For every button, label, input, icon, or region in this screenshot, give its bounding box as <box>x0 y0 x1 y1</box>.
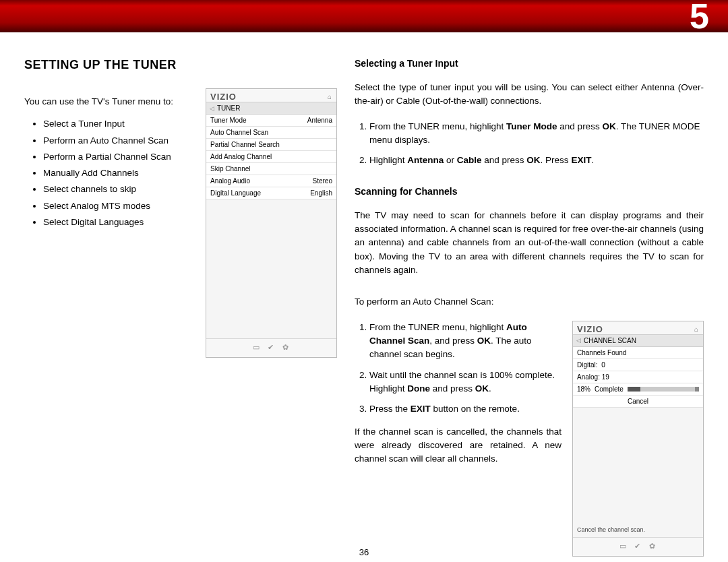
crumb-label: CHANNEL SCAN <box>584 337 636 344</box>
sub2-para: The TV may need to scan for channels bef… <box>355 209 704 277</box>
row-label: Analog: 19 <box>577 373 609 381</box>
row-value: Antenna <box>307 117 332 124</box>
list-item: Highlight Antenna or Cable and press OK.… <box>369 154 704 167</box>
bold-run: Antenna <box>407 155 444 165</box>
text-run: Highlight <box>369 155 407 165</box>
menu-row[interactable]: Digital Language English <box>206 187 336 199</box>
text-run: . Press <box>541 155 572 165</box>
widget-footer-icons: ▭ ✔ ✿ <box>573 537 703 556</box>
list-item: Select Analog MTS modes <box>43 199 193 213</box>
list-item: Manually Add Channels <box>43 166 193 180</box>
scan-directions-wrap: From the TUNER menu, highlight Auto Chan… <box>355 318 704 557</box>
bold-run: Done <box>407 383 430 394</box>
home-icon: ⌂ <box>694 325 699 333</box>
progress-fill <box>628 387 640 392</box>
text-run: or <box>444 155 457 165</box>
list-item: Perform a Partial Channel Scan <box>43 150 193 164</box>
chapter-number: 5 <box>690 0 709 36</box>
intro-block: You can use the TV's Tuner menu to: Sele… <box>24 86 193 358</box>
bold-run: Tuner Mode <box>506 121 557 131</box>
bold-run: OK <box>477 336 491 346</box>
bold-run: EXIT <box>571 155 591 165</box>
menu-row: Digital: 0 <box>573 359 703 371</box>
text-run: Analog: <box>577 373 602 381</box>
row-label: Skip Channel <box>210 165 250 173</box>
left-content: You can use the TV's Tuner menu to: Sele… <box>24 86 337 358</box>
menu-row[interactable]: Skip Channel <box>206 163 336 175</box>
hint-text: Cancel the channel scan. <box>573 522 703 537</box>
list-item: From the TUNER menu, highlight Auto Chan… <box>369 321 562 362</box>
menu-row: Analog: 19 <box>573 371 703 383</box>
list-item: Select Digital Languages <box>43 216 193 229</box>
percent-label: 18% <box>577 385 590 393</box>
widget-header: VIZIO ⌂ <box>206 89 336 102</box>
widget-header: VIZIO ⌂ <box>573 321 703 334</box>
value-run: 0 <box>601 361 605 369</box>
text-run: and press <box>482 155 527 165</box>
sub2-tail: If the channel scan is cancelled, the ch… <box>355 425 562 466</box>
widget-footer-icons: ▭ ✔ ✿ <box>206 338 336 357</box>
left-column: Setting Up the Tuner You can use the TV'… <box>24 53 355 538</box>
sub1-para: Select the type of tuner input you will … <box>355 81 704 108</box>
list-item: Press the EXIT button on the remote. <box>369 402 562 416</box>
progress-bar <box>628 387 699 392</box>
sub2-lead: To perform an Auto Channel Scan: <box>355 295 704 309</box>
menu-row[interactable]: Add Analog Channel <box>206 151 336 163</box>
list-item: Wait until the channel scan is 100% comp… <box>369 369 562 396</box>
value-run: 19 <box>602 373 609 381</box>
widget-filler <box>206 199 336 338</box>
sub2-steps: From the TUNER menu, highlight Auto Chan… <box>359 321 562 416</box>
tuner-menu-widget: VIZIO ⌂ ◁ TUNER Tuner Mode Antenna Auto … <box>206 88 337 358</box>
channel-scan-widget: VIZIO ⌂ ◁ CHANNEL SCAN Channels Found Di… <box>572 321 704 557</box>
sub1-title: Selecting a Tuner Input <box>355 58 704 69</box>
text-run: and press <box>557 121 603 131</box>
intro-sentence: You can use the TV's Tuner menu to: <box>24 95 193 108</box>
bold-run: OK <box>526 155 540 165</box>
chapter-band: 5 <box>0 0 728 32</box>
cancel-button[interactable]: Cancel <box>573 396 703 408</box>
back-icon: ◁ <box>210 105 214 112</box>
text-run: Press the <box>369 404 411 414</box>
list-item: Select channels to skip <box>43 183 193 196</box>
row-label: Partial Channel Search <box>210 141 280 148</box>
row-value: English <box>310 189 332 197</box>
menu-row[interactable]: Auto Channel Scan <box>206 127 336 139</box>
sub1-steps: From the TUNER menu, highlight Tuner Mod… <box>359 120 704 175</box>
widget-crumb: ◁ TUNER <box>206 102 336 115</box>
row-label: Channels Found <box>577 349 626 356</box>
brand-logo: VIZIO <box>210 92 237 102</box>
row-label: Tuner Mode <box>210 117 247 124</box>
row-label: Analog Audio <box>210 177 250 185</box>
bold-run: OK <box>602 121 615 131</box>
widget-filler <box>573 408 703 522</box>
home-icon: ⌂ <box>328 93 332 100</box>
widget-crumb: ◁ CHANNEL SCAN <box>573 334 703 347</box>
text-run: and press <box>430 383 475 394</box>
menu-row[interactable]: Tuner Mode Antenna <box>206 115 336 127</box>
section-title: Setting Up the Tuner <box>24 58 337 72</box>
list-item: From the TUNER menu, highlight Tuner Mod… <box>369 120 704 148</box>
row-label: Digital: 0 <box>577 361 605 369</box>
text-run: . <box>591 155 594 165</box>
crumb-label: TUNER <box>217 104 240 112</box>
row-label: Digital Language <box>210 189 261 197</box>
menu-row[interactable]: Partial Channel Search <box>206 139 336 151</box>
menu-row[interactable]: Analog Audio Stereo <box>206 175 336 187</box>
right-column: Selecting a Tuner Input Select the type … <box>355 53 704 538</box>
complete-label: Complete <box>595 385 624 393</box>
sub2-steps-block: From the TUNER menu, highlight Auto Chan… <box>355 318 562 557</box>
text-run: , and press <box>429 336 477 346</box>
row-label: Auto Channel Scan <box>210 129 268 136</box>
text-run: From the TUNER menu, highlight <box>369 322 506 332</box>
list-item: Perform an Auto Channel Scan <box>43 134 193 148</box>
text-run: . <box>489 383 491 394</box>
brand-logo: VIZIO <box>577 324 603 334</box>
text-run: Digital: <box>577 361 599 369</box>
list-item: Select a Tuner Input <box>43 117 193 131</box>
text-run: button on the remote. <box>431 404 520 414</box>
intro-bullets: Select a Tuner Input Perform an Auto Cha… <box>32 117 193 229</box>
row-label: Add Analog Channel <box>210 153 272 160</box>
cancel-label: Cancel <box>628 398 648 405</box>
back-icon: ◁ <box>576 337 581 344</box>
page-body: Setting Up the Tuner You can use the TV'… <box>0 32 728 544</box>
